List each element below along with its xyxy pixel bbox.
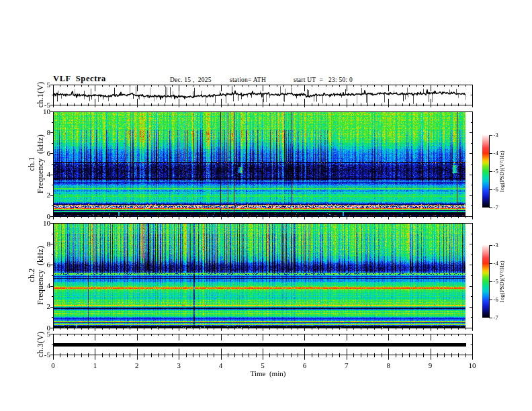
colorbar-tick-label: -7 — [494, 205, 498, 211]
x-tick-label: 0 — [42, 362, 64, 369]
ch1-frequency-axis-label: ch.1 Frequency (kHz) — [28, 134, 44, 193]
ch2-frequency-axis-label: ch.2 Frequency (kHz) — [28, 246, 44, 305]
x-tick-label: 1 — [83, 362, 106, 369]
colorbar-2-axis-label: log(PSD)(V²/Hz) — [498, 261, 506, 302]
y-tick-label-panel_spec2: 6 — [19, 261, 50, 269]
colorbar-tick-label: -5 — [494, 279, 498, 285]
y-tick-label-panel_ch3v: -5 — [19, 351, 50, 359]
x-tick-label: 4 — [210, 362, 232, 369]
y-tick-label-panel_spec1: 4 — [19, 171, 50, 178]
y-tick-label-panel_ch1v: 5 — [19, 81, 50, 89]
colorbar-tick-label: -3 — [494, 242, 498, 248]
y-tick-label-panel_spec2: 4 — [19, 282, 50, 289]
axes-frame-and-ticks — [0, 0, 532, 411]
y-tick-label-panel_spec1: 2 — [19, 191, 50, 199]
y-tick-label-panel_spec2: 8 — [19, 240, 50, 248]
y-tick-label-panel_spec1: 10 — [19, 108, 50, 116]
y-tick-label-panel_spec1: 8 — [19, 129, 50, 136]
vlf-spectra-figure: VLF Spectra Dec. 15 , 2025 station= ATH … — [0, 0, 532, 411]
colorbar-tick-label: -3 — [494, 132, 498, 138]
colorbar-tick-label: -6 — [494, 297, 498, 303]
colorbar-1-axis-label: log(PSD)(V²/Hz) — [498, 150, 506, 192]
x-tick-label: 5 — [251, 362, 274, 369]
time-axis-label: Time (min) — [251, 369, 286, 377]
y-tick-label-panel_spec1: 6 — [19, 150, 50, 157]
y-tick-label-panel_spec2: 0 — [19, 324, 50, 332]
y-tick-label-panel_spec2: 2 — [19, 303, 50, 310]
colorbar-tick-label: -6 — [494, 187, 498, 193]
colorbar-tick-label: -5 — [494, 169, 498, 175]
colorbar-tick-label: -4 — [494, 261, 498, 267]
x-tick-label: 9 — [419, 362, 442, 369]
x-tick-label: 3 — [167, 362, 190, 369]
x-tick-label: 6 — [293, 362, 316, 369]
colorbar-tick-label: -7 — [494, 315, 498, 321]
y-tick-label-panel_spec2: 10 — [19, 220, 50, 227]
colorbar-tick-label: -4 — [494, 150, 498, 156]
x-tick-label: 8 — [377, 362, 400, 369]
x-tick-label: 10 — [461, 362, 484, 369]
x-tick-label: 7 — [335, 362, 358, 369]
x-tick-label: 2 — [126, 362, 148, 369]
